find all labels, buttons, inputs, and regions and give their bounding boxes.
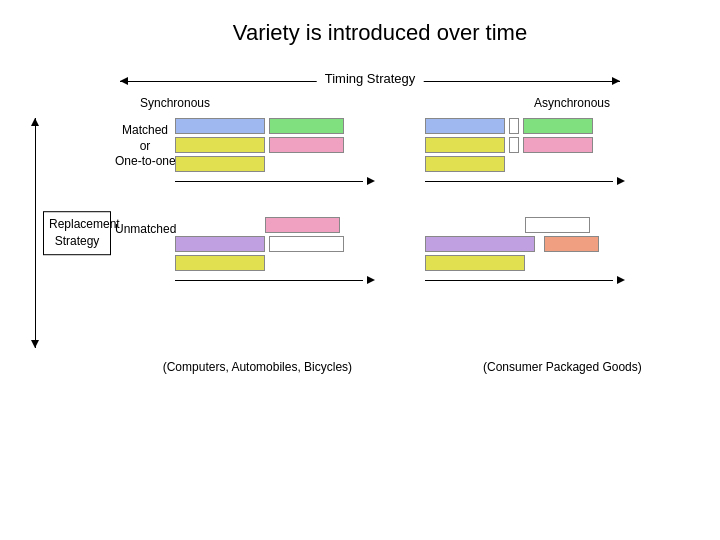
async-matched-bar3 xyxy=(425,156,625,172)
sync-unmatched-diagram xyxy=(175,217,375,286)
footer-labels: (Computers, Automobiles, Bicycles) (Cons… xyxy=(110,360,700,374)
page-container: Variety is introduced over time Timing S… xyxy=(0,0,720,540)
axis-up-arrow xyxy=(31,118,39,126)
bar-sync-u1 xyxy=(265,217,340,233)
async-matched-diagram xyxy=(425,118,625,187)
vertical-axis-container: Replacement Strategy xyxy=(25,118,115,348)
vertical-axis-line xyxy=(35,118,36,348)
bar-async-u2b xyxy=(544,236,599,252)
bar-sync-u2b xyxy=(269,236,344,252)
async-unmatched-bar1 xyxy=(425,217,625,233)
async-matched-arrow xyxy=(425,175,625,187)
async-unmatched-bar2 xyxy=(425,236,625,252)
sync-label: Synchronous xyxy=(120,96,370,110)
bar-async-u2a xyxy=(425,236,535,252)
replacement-strategy-box: Replacement Strategy xyxy=(43,211,111,255)
bar-async-m1a xyxy=(425,118,505,134)
bar-sync-m3a xyxy=(175,156,265,172)
async-label: Asynchronous xyxy=(370,96,620,110)
bar-async-m2gap xyxy=(509,137,519,153)
axis-down-arrow xyxy=(31,340,39,348)
sync-unmatched-bar3 xyxy=(175,255,375,271)
bar-sync-u3a xyxy=(175,255,265,271)
async-matched-bar2 xyxy=(425,137,625,153)
matched-row: MatchedorOne-to-one xyxy=(115,118,700,187)
bar-sync-m1a xyxy=(175,118,265,134)
footer-sync-label: (Computers, Automobiles, Bicycles) xyxy=(110,360,405,374)
sync-matched-diagram xyxy=(175,118,375,187)
arrow-left-head xyxy=(120,77,128,85)
bar-sync-u2a xyxy=(175,236,265,252)
bar-sync-m2b xyxy=(269,137,344,153)
async-matched-bar1 xyxy=(425,118,625,134)
matched-label: MatchedorOne-to-one xyxy=(115,118,175,170)
bar-async-m2a xyxy=(425,137,505,153)
sync-matched-arrow xyxy=(175,175,375,187)
page-title: Variety is introduced over time xyxy=(60,20,700,46)
bar-async-m1gap xyxy=(509,118,519,134)
bar-sync-m2a xyxy=(175,137,265,153)
arrow-right-head xyxy=(612,77,620,85)
async-unmatched-bar3 xyxy=(425,255,625,271)
sync-unmatched-bar1 xyxy=(175,217,375,233)
bar-async-m1b xyxy=(523,118,593,134)
diagrams-area: MatchedorOne-to-one xyxy=(115,118,700,348)
bar-async-u1 xyxy=(525,217,590,233)
timing-label: Timing Strategy xyxy=(317,71,424,86)
footer-async-label: (Consumer Packaged Goods) xyxy=(425,360,700,374)
sync-unmatched-bar2 xyxy=(175,236,375,252)
async-unmatched-arrow xyxy=(425,274,625,286)
bar-async-u3a xyxy=(425,255,525,271)
bar-sync-m1b xyxy=(269,118,344,134)
bar-async-m2b xyxy=(523,137,593,153)
unmatched-row: Unmatched xyxy=(115,217,700,286)
bar-async-m3a xyxy=(425,156,505,172)
sync-matched-bar3 xyxy=(175,156,375,172)
sync-matched-bar2 xyxy=(175,137,375,153)
unmatched-label: Unmatched xyxy=(115,217,175,236)
async-unmatched-diagram xyxy=(425,217,625,286)
sync-unmatched-arrow xyxy=(175,274,375,286)
sync-matched-bar1 xyxy=(175,118,375,134)
